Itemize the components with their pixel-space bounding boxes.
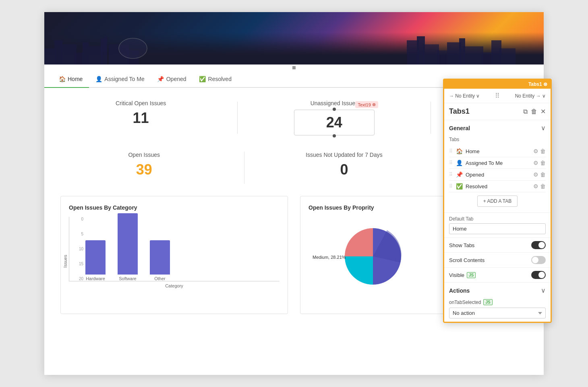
actions-section-title: Actions bbox=[449, 287, 470, 294]
opened-tab-icon: 📌 bbox=[157, 76, 164, 82]
tab-home-delete-icon[interactable]: 🗑 bbox=[540, 148, 546, 154]
general-chevron-icon: ∨ bbox=[541, 124, 546, 132]
panel-header-icons: ⧉ 🗑 ✕ bbox=[523, 108, 546, 115]
svg-rect-2 bbox=[60, 44, 77, 64]
tab-opened-delete-icon[interactable]: 🗑 bbox=[540, 171, 546, 178]
tab-row-opened-label: Opened bbox=[466, 172, 530, 178]
open-issues-value: 39 bbox=[60, 161, 228, 178]
visible-knob bbox=[538, 272, 545, 278]
panel-top-bar: Tabs1 ⊗ bbox=[444, 80, 551, 89]
bar-chart-title: Open Issues By Category bbox=[69, 204, 280, 211]
svg-rect-14 bbox=[447, 42, 461, 64]
tab-opened-settings-icon[interactable]: ⚙ bbox=[533, 171, 538, 178]
tab-assigned-settings-icon[interactable]: ⚙ bbox=[533, 160, 538, 166]
entity-left-label: → No Entity ∨ bbox=[449, 93, 480, 99]
metrics-divider-3 bbox=[244, 152, 244, 184]
tab-opened[interactable]: 📌 Opened bbox=[151, 71, 193, 88]
show-tabs-row: Show Tabs bbox=[444, 238, 551, 253]
unassigned-label: Unassigned Issues bbox=[254, 100, 414, 106]
tab-home[interactable]: 🏠 Home bbox=[52, 71, 89, 88]
tab-row-resolved-label: Resolved bbox=[466, 183, 530, 189]
no-action-select[interactable]: No action bbox=[449, 308, 546, 318]
ontab-label: onTabSelected bbox=[449, 300, 481, 305]
svg-point-21 bbox=[119, 38, 147, 58]
panel-title: Tabs1 bbox=[449, 107, 470, 116]
opened-row-icon: 📌 bbox=[456, 171, 462, 178]
default-tab-input[interactable] bbox=[449, 223, 546, 234]
pie-medium bbox=[345, 256, 373, 285]
critical-open-issues-card: Critical Open Issues 11 bbox=[60, 100, 221, 135]
unassigned-box: Text19 ⊗ 24 bbox=[294, 110, 375, 135]
scroll-contents-toggle[interactable] bbox=[531, 256, 546, 264]
bar-other bbox=[150, 240, 170, 275]
general-section-title: General bbox=[449, 125, 470, 131]
drag-handle-home[interactable]: ⠿ bbox=[449, 148, 453, 154]
not-updated-value: 0 bbox=[261, 161, 428, 178]
default-tab-section: Default Tab bbox=[444, 213, 551, 238]
y-axis-title: Issues bbox=[63, 255, 68, 268]
tab-row-home-actions: ⚙ 🗑 bbox=[533, 148, 546, 154]
y-axis-labels: 20 15 10 5 0 bbox=[69, 217, 83, 281]
critical-open-value: 11 bbox=[60, 110, 221, 127]
svg-rect-12 bbox=[423, 44, 439, 64]
tab-opened-label: Opened bbox=[166, 76, 186, 82]
unassigned-value: 24 bbox=[302, 114, 366, 131]
tab-assigned[interactable]: 👤 Assigned To Me bbox=[89, 71, 151, 88]
right-panel: Tabs1 ⊗ → No Entity ∨ ⠿ No Entity → ∨ Ta… bbox=[443, 79, 552, 323]
ontab-js-badge: JS bbox=[483, 299, 492, 305]
delete-icon[interactable]: 🗑 bbox=[531, 108, 537, 115]
tab-row-resolved: ⠿ ✅ Resolved ⚙ 🗑 bbox=[449, 181, 546, 192]
bar-group-other: Other bbox=[150, 240, 170, 281]
svg-rect-13 bbox=[437, 50, 447, 64]
tab-row-home-label: Home bbox=[466, 148, 530, 154]
duplicate-icon[interactable]: ⧉ bbox=[523, 108, 528, 115]
drag-handle-resolved[interactable]: ⠿ bbox=[449, 183, 453, 189]
tab-resolved-settings-icon[interactable]: ⚙ bbox=[533, 183, 538, 189]
bar-group-software: Software bbox=[118, 213, 138, 281]
not-updated-label: Issues Not Updated for 7 Days bbox=[261, 152, 428, 158]
visible-label: Visible bbox=[449, 272, 464, 278]
tab-home-label: Home bbox=[68, 76, 83, 82]
show-tabs-label: Show Tabs bbox=[449, 242, 474, 248]
scroll-contents-knob bbox=[532, 257, 538, 263]
visible-toggle[interactable] bbox=[531, 271, 546, 279]
pie-svg bbox=[341, 224, 405, 289]
resolved-tab-icon: ✅ bbox=[199, 76, 206, 82]
scroll-contents-label: Scroll Contents bbox=[449, 257, 484, 263]
add-tab-button[interactable]: + ADD A TAB bbox=[477, 196, 518, 207]
medium-label: Medium, 28.21% bbox=[313, 255, 346, 260]
entity-dots[interactable]: ⠿ bbox=[495, 92, 500, 100]
actions-section-header[interactable]: Actions ∨ bbox=[444, 283, 551, 297]
main-container: 🏠 Home 👤 Assigned To Me 📌 Opened ✅ Resol… bbox=[44, 12, 544, 375]
x-axis-title: Category bbox=[69, 283, 280, 288]
show-tabs-knob bbox=[538, 242, 545, 248]
badge-close-icon[interactable]: ⊗ bbox=[372, 102, 376, 107]
tabs-section-label: Tabs bbox=[449, 137, 546, 142]
drag-handle-assigned[interactable]: ⠿ bbox=[449, 160, 453, 166]
open-issues-label: Open Issues bbox=[60, 152, 228, 158]
close-icon[interactable]: ✕ bbox=[540, 108, 546, 115]
panel-header: Tabs1 ⧉ 🗑 ✕ bbox=[444, 103, 551, 120]
ontab-row: onTabSelected JS bbox=[444, 297, 551, 308]
drag-handle-opened[interactable]: ⠿ bbox=[449, 172, 453, 177]
show-tabs-toggle[interactable] bbox=[531, 241, 546, 249]
tab-row-opened-actions: ⚙ 🗑 bbox=[533, 171, 546, 178]
text19-label: Text19 bbox=[358, 102, 371, 107]
tab-row-assigned: ⠿ 👤 Assigned To Me ⚙ 🗑 bbox=[449, 157, 546, 169]
entity-right-label: No Entity → ∨ bbox=[515, 93, 546, 99]
open-issues-card: Open Issues 39 bbox=[60, 152, 228, 184]
tab-resolved-delete-icon[interactable]: 🗑 bbox=[540, 183, 546, 189]
entity-left-btn[interactable]: → No Entity ∨ bbox=[449, 93, 480, 99]
svg-rect-4 bbox=[83, 42, 89, 64]
bar-chart-area: 20 15 10 5 0 Hardware Software bbox=[69, 217, 280, 281]
tab-row-assigned-actions: ⚙ 🗑 bbox=[533, 160, 546, 166]
box-dot-top bbox=[333, 108, 336, 111]
tab-home-settings-icon[interactable]: ⚙ bbox=[533, 148, 538, 154]
tab-assigned-delete-icon[interactable]: 🗑 bbox=[540, 160, 546, 166]
tab-row-home: ⠿ 🏠 Home ⚙ 🗑 bbox=[449, 146, 546, 157]
general-section-header[interactable]: General ∨ bbox=[444, 120, 551, 134]
metrics-divider-2 bbox=[431, 102, 431, 134]
tab-resolved[interactable]: ✅ Resolved bbox=[193, 71, 238, 88]
text19-badge: Text19 ⊗ bbox=[355, 101, 378, 108]
entity-right-btn[interactable]: No Entity → ∨ bbox=[515, 93, 546, 99]
